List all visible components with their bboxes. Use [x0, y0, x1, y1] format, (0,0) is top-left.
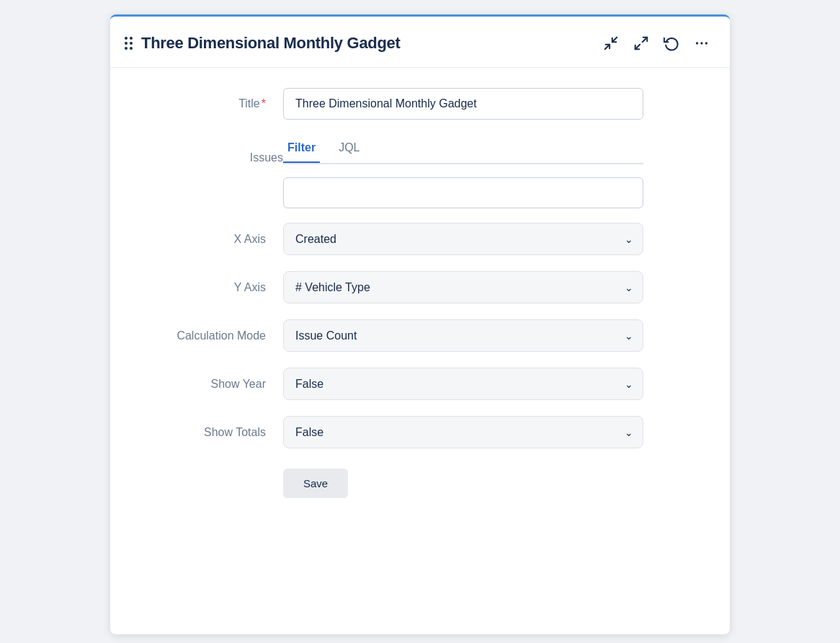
svg-point-6 — [705, 42, 707, 44]
title-row: Title* — [139, 88, 701, 120]
refresh-button[interactable] — [661, 32, 682, 54]
refresh-icon — [663, 35, 679, 51]
show-totals-select-wrap: False True ⌄ — [283, 416, 643, 448]
widget-container: Three Dimensional Monthly Gadget — [110, 14, 730, 634]
widget-header-left: Three Dimensional Monthly Gadget — [125, 34, 401, 53]
show-year-label: Show Year — [139, 378, 283, 391]
yaxis-label: Y Axis — [139, 281, 283, 294]
xaxis-row: X Axis Created Updated Resolved Due Date… — [139, 223, 701, 255]
calc-mode-select-wrap: Issue Count Story Points Original Estima… — [283, 319, 643, 352]
issues-section-label: Issues — [139, 151, 283, 164]
yaxis-row: Y Axis # Vehicle Type # Issue Type # Pri… — [139, 271, 701, 303]
drag-handle-icon[interactable] — [125, 37, 133, 50]
title-field-wrap — [283, 88, 643, 120]
shrink-icon — [603, 35, 619, 51]
yaxis-select[interactable]: # Vehicle Type # Issue Type # Priority #… — [283, 271, 643, 303]
show-totals-select[interactable]: False True — [283, 416, 643, 448]
show-totals-label: Show Totals — [139, 426, 283, 439]
widget-header: Three Dimensional Monthly Gadget — [110, 17, 730, 68]
show-totals-row: Show Totals False True ⌄ — [139, 416, 701, 448]
xaxis-select[interactable]: Created Updated Resolved Due Date — [283, 223, 643, 255]
calc-mode-label: Calculation Mode — [139, 329, 283, 342]
title-input[interactable] — [283, 88, 643, 120]
widget-title: Three Dimensional Monthly Gadget — [141, 34, 401, 53]
show-year-row: Show Year False True ⌄ — [139, 368, 701, 400]
show-year-select[interactable]: False True — [283, 368, 643, 400]
save-button[interactable]: Save — [283, 469, 348, 498]
widget-body: Title* Issues Filter JQL X Axis — [110, 68, 730, 524]
svg-point-5 — [700, 42, 702, 44]
header-actions — [600, 32, 712, 54]
more-options-button[interactable] — [691, 32, 712, 54]
shrink-button[interactable] — [600, 32, 622, 54]
fullscreen-icon — [633, 35, 649, 51]
save-button-row: Save — [139, 464, 701, 498]
title-label: Title* — [139, 97, 283, 110]
filter-input-row — [283, 177, 701, 208]
xaxis-select-wrap: Created Updated Resolved Due Date ⌄ — [283, 223, 643, 255]
required-indicator: * — [262, 97, 266, 110]
svg-point-4 — [696, 42, 698, 44]
yaxis-select-wrap: # Vehicle Type # Issue Type # Priority #… — [283, 271, 643, 303]
tab-filter[interactable]: Filter — [283, 136, 320, 163]
calc-mode-row: Calculation Mode Issue Count Story Point… — [139, 319, 701, 352]
calc-mode-select[interactable]: Issue Count Story Points Original Estima… — [283, 319, 643, 352]
show-year-select-wrap: False True ⌄ — [283, 368, 643, 400]
more-options-icon — [694, 35, 710, 51]
tab-jql[interactable]: JQL — [334, 136, 364, 163]
fullscreen-button[interactable] — [630, 32, 652, 54]
filter-search-input[interactable] — [283, 177, 643, 208]
xaxis-label: X Axis — [139, 233, 283, 246]
